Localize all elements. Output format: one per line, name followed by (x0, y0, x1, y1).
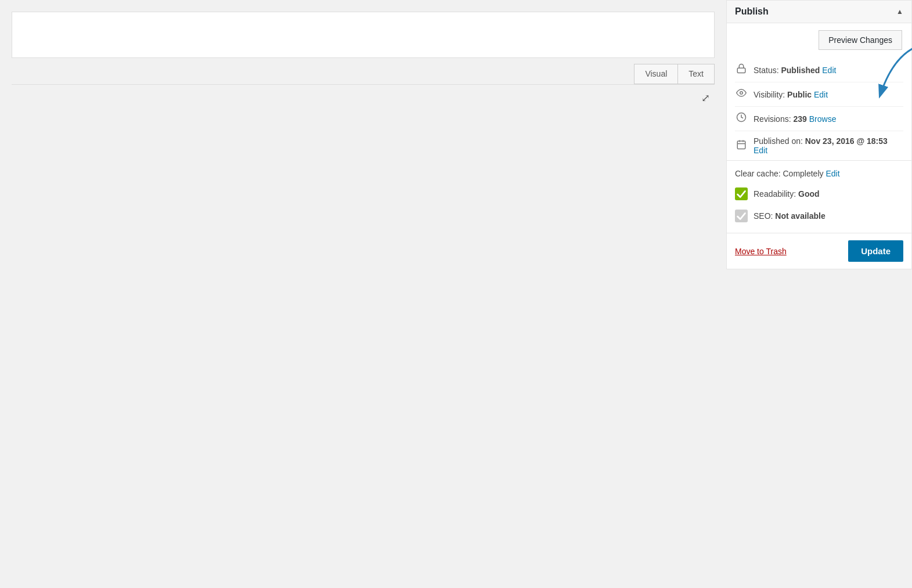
preview-changes-button[interactable]: Preview Changes (819, 30, 902, 50)
status-edit-link[interactable]: Edit (822, 66, 836, 75)
status-label: Status: Published Edit (754, 66, 903, 75)
publish-header: Publish ▲ (727, 1, 911, 23)
svg-rect-8 (735, 187, 748, 200)
visibility-icon (735, 88, 748, 101)
publish-body: Preview Changes Status: Published Edit (727, 23, 911, 160)
collapse-arrow[interactable]: ▲ (896, 8, 903, 16)
published-on-row: Published on: Nov 23, 2016 @ 18:53 Edit (735, 131, 903, 160)
visibility-label: Visibility: Public Edit (754, 90, 903, 99)
move-to-trash-link[interactable]: Move to Trash (735, 247, 787, 256)
sidebar: Publish ▲ Preview Changes Status: Publis… (726, 0, 912, 588)
published-on-edit-link[interactable]: Edit (754, 146, 767, 155)
publish-title: Publish (735, 6, 769, 17)
svg-point-1 (740, 92, 743, 95)
visibility-edit-link[interactable]: Edit (814, 90, 828, 99)
readability-icon (735, 187, 748, 200)
editor-wrapper: Visual Text ⤢ (12, 64, 715, 576)
seo-label: SEO: Not available (754, 211, 826, 221)
revisions-browse-link[interactable]: Browse (809, 114, 837, 124)
tab-text[interactable]: Text (677, 64, 715, 84)
update-button[interactable]: Update (848, 240, 903, 262)
tab-visual[interactable]: Visual (634, 64, 677, 84)
editor-area: Visual Text ⤢ (0, 0, 726, 588)
seo-icon (735, 210, 748, 222)
readability-label: Readability: Good (754, 189, 820, 199)
status-icon (735, 63, 748, 77)
editor-tabs-bar: Visual Text (12, 64, 715, 84)
expand-icon[interactable]: ⤢ (701, 92, 710, 104)
publish-footer: Move to Trash Update (727, 233, 911, 269)
cache-section: Clear cache: Completely Edit Readability… (727, 160, 911, 233)
cache-row: Clear cache: Completely Edit (735, 167, 903, 183)
published-on-icon (735, 139, 748, 153)
revisions-label: Revisions: 239 Browse (754, 114, 903, 124)
svg-rect-4 (737, 141, 745, 149)
editor-body: ⤢ (12, 84, 715, 576)
svg-rect-0 (737, 68, 745, 73)
revisions-icon (735, 112, 748, 125)
status-row: Status: Published Edit (735, 58, 903, 82)
svg-rect-9 (735, 210, 748, 222)
cache-edit-link[interactable]: Edit (826, 169, 839, 178)
seo-row: SEO: Not available (735, 205, 903, 227)
published-on-label: Published on: Nov 23, 2016 @ 18:53 Edit (754, 136, 903, 155)
readability-row: Readability: Good (735, 183, 903, 205)
title-input-box[interactable] (12, 12, 715, 58)
visibility-row: Visibility: Public Edit (735, 82, 903, 107)
revisions-row: Revisions: 239 Browse (735, 107, 903, 131)
publish-box: Publish ▲ Preview Changes Status: Publis… (726, 0, 912, 269)
